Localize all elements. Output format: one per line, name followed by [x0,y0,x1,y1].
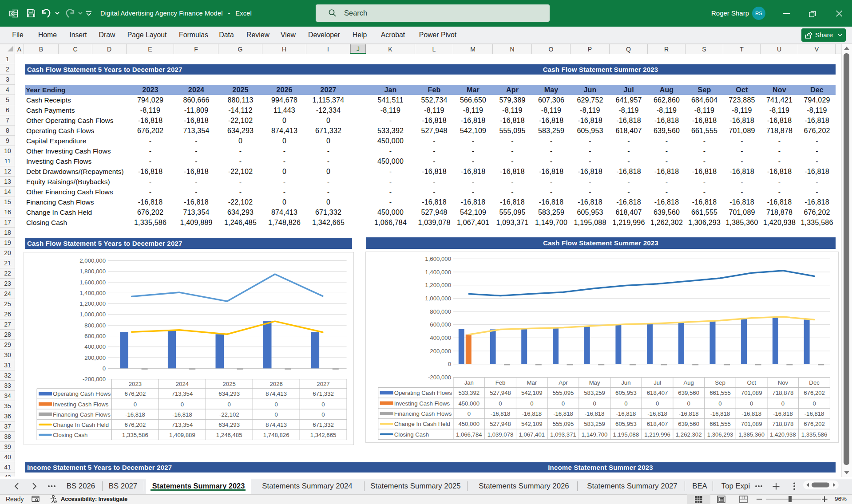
svg-text:Mar: Mar [527,379,537,386]
svg-text:-16,818: -16,818 [804,410,824,417]
svg-text:718,878: 718,878 [773,390,794,396]
svg-text:800,000: 800,000 [84,322,106,329]
svg-text:-16,818: -16,818 [616,410,636,417]
svg-text:1,262,302: 1,262,302 [676,431,702,438]
svg-text:1,335,586: 1,335,586 [801,431,828,438]
svg-text:701,089: 701,089 [741,390,762,396]
svg-text:0: 0 [181,401,184,408]
svg-text:542,109: 542,109 [521,390,543,396]
svg-text:713,354: 713,354 [172,390,193,397]
svg-text:0: 0 [656,400,659,407]
svg-text:639,560: 639,560 [678,390,699,396]
svg-text:874,413: 874,413 [266,421,287,428]
svg-text:450,000: 450,000 [458,400,479,407]
svg-text:Feb: Feb [495,379,506,386]
svg-text:Jun: Jun [621,379,630,386]
svg-text:0: 0 [321,401,325,408]
svg-text:2025: 2025 [223,381,236,387]
svg-text:0: 0 [750,400,753,407]
svg-text:Jul: Jul [654,379,661,386]
svg-text:555,095: 555,095 [553,390,574,396]
svg-text:634,293: 634,293 [218,390,240,397]
svg-text:Apr: Apr [559,379,568,386]
svg-text:1,067,401: 1,067,401 [519,431,545,438]
svg-text:-22,102: -22,102 [219,411,239,418]
svg-text:2024: 2024 [176,381,189,387]
svg-text:-16,818: -16,818 [553,410,573,417]
svg-text:Investing Cash Flows: Investing Cash Flows [53,401,109,408]
svg-text:-16,818: -16,818 [491,410,511,417]
svg-text:1,066,784: 1,066,784 [456,431,482,438]
svg-text:600,000: 600,000 [430,321,451,328]
svg-text:1,195,088: 1,195,088 [613,431,639,438]
svg-text:583,259: 583,259 [584,421,605,427]
svg-text:2027: 2027 [317,381,329,387]
svg-text:400,000: 400,000 [84,343,106,350]
svg-text:527,948: 527,948 [490,390,511,396]
svg-text:713,354: 713,354 [172,421,193,428]
svg-text:0: 0 [448,361,451,367]
svg-text:1,420,938: 1,420,938 [770,431,796,438]
svg-text:0: 0 [812,400,816,407]
svg-text:200,000: 200,000 [430,348,451,354]
svg-text:1,149,700: 1,149,700 [582,431,608,438]
svg-text:Sep: Sep [715,379,725,386]
svg-text:676,202: 676,202 [804,421,825,427]
svg-text:0: 0 [275,401,278,408]
svg-text:0: 0 [321,411,325,418]
svg-text:-200,000: -200,000 [428,374,451,381]
svg-text:1,342,665: 1,342,665 [310,432,337,438]
svg-text:671,332: 671,332 [313,421,334,428]
svg-text:0: 0 [781,400,785,407]
svg-text:874,413: 874,413 [266,390,287,397]
svg-text:1,400,000: 1,400,000 [79,290,106,296]
svg-text:0: 0 [687,400,690,407]
svg-text:Operating Cash Flows: Operating Cash Flows [53,390,111,397]
svg-text:0: 0 [228,401,231,408]
svg-text:701,089: 701,089 [741,421,762,427]
svg-text:2023: 2023 [129,381,142,387]
svg-text:0: 0 [468,410,471,417]
svg-text:200,000: 200,000 [84,354,106,361]
svg-text:542,109: 542,109 [521,421,543,427]
svg-text:1,039,078: 1,039,078 [487,431,514,438]
svg-text:1,335,586: 1,335,586 [122,432,148,438]
svg-text:1,219,996: 1,219,996 [644,431,670,438]
svg-text:-16,818: -16,818 [522,410,542,417]
svg-text:639,560: 639,560 [678,421,699,427]
svg-text:Jan: Jan [464,379,474,386]
svg-text:Change In Cash Held: Change In Cash Held [53,421,109,428]
svg-text:555,095: 555,095 [553,421,574,427]
svg-text:0: 0 [530,400,533,407]
svg-text:400,000: 400,000 [430,335,451,341]
svg-text:450,000: 450,000 [458,421,479,427]
svg-text:2,000,000: 2,000,000 [79,257,106,264]
svg-text:-16,818: -16,818 [773,410,793,417]
svg-text:1,385,360: 1,385,360 [738,431,765,438]
svg-text:618,407: 618,407 [647,421,668,427]
svg-text:1,748,826: 1,748,826 [263,432,289,438]
svg-text:661,555: 661,555 [709,421,731,427]
svg-text:605,953: 605,953 [615,390,637,396]
svg-text:0: 0 [499,400,502,407]
svg-text:-16,818: -16,818 [647,410,667,417]
svg-text:0: 0 [718,400,721,407]
svg-text:634,293: 634,293 [218,421,240,428]
svg-text:2026: 2026 [270,381,283,387]
svg-text:527,948: 527,948 [490,421,511,427]
svg-text:1,200,000: 1,200,000 [425,282,451,288]
svg-text:-16,818: -16,818 [125,411,145,418]
svg-text:-16,818: -16,818 [710,410,730,417]
svg-text:0: 0 [134,401,137,408]
svg-text:661,555: 661,555 [709,390,731,396]
svg-text:600,000: 600,000 [84,333,106,339]
svg-text:1,000,000: 1,000,000 [425,295,451,302]
svg-text:533,392: 533,392 [458,390,479,396]
svg-text:0: 0 [562,400,565,407]
svg-text:Change In Cash Held: Change In Cash Held [394,421,450,427]
svg-text:676,202: 676,202 [804,390,825,396]
svg-text:718,878: 718,878 [773,421,794,427]
svg-text:800,000: 800,000 [430,308,451,315]
svg-text:605,953: 605,953 [615,421,637,427]
svg-text:1,400,000: 1,400,000 [425,269,451,276]
